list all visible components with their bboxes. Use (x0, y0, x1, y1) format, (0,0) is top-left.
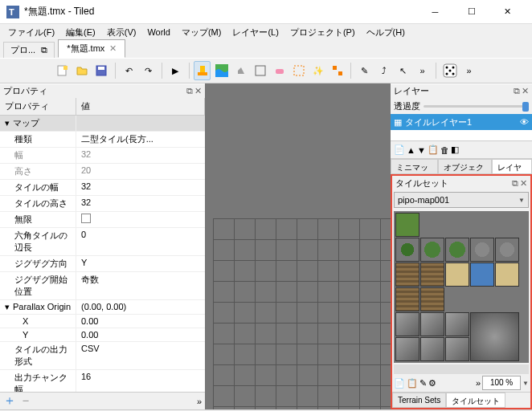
fill-tool-button[interactable] (232, 61, 249, 80)
tile[interactable] (420, 238, 444, 262)
tile[interactable] (420, 287, 444, 311)
prop-value-checkbox[interactable] (76, 212, 205, 227)
menu-project[interactable]: プロジェクト(P) (285, 25, 360, 40)
tile[interactable] (495, 262, 519, 287)
tile[interactable] (445, 312, 469, 336)
prop-header-name[interactable]: プロパティ (0, 98, 76, 115)
tile[interactable] (420, 337, 444, 361)
tab-layer[interactable]: レイヤー (492, 159, 532, 174)
new-layer-button[interactable]: 📄 (394, 144, 405, 155)
more-icon[interactable]: » (460, 61, 477, 80)
menu-file[interactable]: ファイル(F) (3, 25, 59, 40)
select-rect-button[interactable] (290, 61, 307, 80)
section-map[interactable]: ▾マップ (0, 116, 76, 131)
tileset-zoom-input[interactable]: 100 % (482, 376, 521, 390)
prop-value[interactable]: 0.00 (76, 315, 205, 328)
tab-close-icon[interactable]: ✕ (109, 43, 117, 54)
prop-value[interactable]: 0 (76, 228, 205, 255)
tile[interactable] (495, 238, 519, 262)
terrain-tool-button[interactable] (213, 61, 230, 80)
redo-button[interactable]: ↷ (140, 61, 157, 80)
wand-select-button[interactable]: ✨ (309, 61, 326, 80)
menu-world[interactable]: World (142, 26, 175, 39)
tile[interactable] (470, 262, 494, 287)
new-file-button[interactable] (55, 61, 72, 80)
panel-close-icon[interactable]: ✕ (520, 178, 527, 189)
prop-header-value[interactable]: 値 (76, 98, 205, 115)
eraser-tool-button[interactable] (271, 61, 288, 80)
panel-close-icon[interactable]: ✕ (522, 86, 529, 96)
tile[interactable] (395, 287, 419, 311)
layer-item[interactable]: ▦ タイルレイヤー1 👁 (391, 114, 532, 130)
map-canvas[interactable] (205, 83, 391, 409)
minimize-button[interactable]: ─ (417, 1, 453, 23)
visibility-icon[interactable]: 👁 (520, 117, 529, 127)
tile[interactable] (395, 213, 419, 237)
prop-value[interactable]: 奇数 (76, 272, 205, 299)
tile[interactable] (470, 238, 494, 262)
panel-close-icon[interactable]: ✕ (194, 86, 202, 96)
tile[interactable] (445, 262, 469, 287)
prop-value[interactable]: 0.00 (76, 328, 205, 341)
add-property-button[interactable]: ＋ (3, 393, 16, 409)
tile[interactable] (395, 337, 419, 361)
tab-minimap[interactable]: ミニマップ (391, 159, 438, 174)
menu-edit[interactable]: 編集(E) (61, 25, 100, 40)
tab-terrain-sets[interactable]: Terrain Sets (392, 393, 446, 408)
prop-value[interactable]: 32 (76, 180, 205, 195)
delete-layer-button[interactable]: 🗑 (440, 145, 449, 155)
tab-object[interactable]: オブジェクト (438, 159, 493, 174)
prop-value[interactable]: 二型タイル(長方... (76, 132, 205, 147)
prop-value[interactable]: 16 (76, 370, 205, 392)
new-tileset-button[interactable]: 📄 (394, 378, 405, 389)
tile[interactable] (445, 238, 469, 262)
move-down-button[interactable]: ▼ (417, 145, 426, 155)
tab-tileset[interactable]: タイルセット (446, 393, 505, 408)
panel-undock-icon[interactable]: ⧉ (186, 86, 193, 96)
prop-value[interactable]: CSV (76, 342, 205, 369)
tile[interactable] (395, 262, 419, 287)
menu-view[interactable]: 表示(V) (102, 25, 141, 40)
prop-value[interactable]: Y (76, 256, 205, 271)
maximize-button[interactable]: ☐ (453, 1, 489, 23)
tile[interactable] (420, 262, 444, 287)
remove-property-button[interactable]: － (19, 393, 32, 409)
stamp-tool-button[interactable] (194, 61, 211, 80)
tile[interactable] (470, 312, 519, 361)
document-tab[interactable]: *無題.tmx ✕ (58, 39, 125, 58)
move-up-button[interactable]: ▲ (407, 145, 415, 155)
tileset-view[interactable] (394, 211, 529, 363)
menu-map[interactable]: マップ(M) (177, 25, 227, 40)
random-mode-button[interactable] (441, 61, 458, 80)
path-tool-button[interactable]: ⤴ (375, 61, 392, 80)
tileset-dropdown[interactable]: pipo-map001 ▼ (394, 192, 529, 208)
prop-parallax-label[interactable]: ▾Parallax Origin (0, 300, 76, 314)
pointer-tool-button[interactable]: ↖ (395, 61, 411, 80)
tileset-props-button[interactable]: ⚙ (428, 378, 436, 389)
edit-polygon-button[interactable]: ✎ (356, 61, 373, 80)
tile[interactable] (420, 312, 444, 336)
menu-layer[interactable]: レイヤー(L) (227, 25, 283, 40)
duplicate-layer-button[interactable]: 📋 (428, 144, 439, 155)
menu-help[interactable]: ヘルプ(H) (362, 25, 410, 40)
dock-tab[interactable]: プロ... ⧉ (3, 42, 55, 58)
close-button[interactable]: ✕ (489, 1, 526, 23)
command-button[interactable]: ▶ (167, 61, 184, 80)
same-tile-select-button[interactable] (329, 61, 346, 80)
more-icon[interactable]: » (197, 397, 202, 406)
save-file-button[interactable] (93, 61, 110, 80)
prop-value[interactable]: 32 (76, 196, 205, 211)
embed-tileset-button[interactable]: 📋 (407, 378, 418, 389)
horizontal-scrollbar[interactable] (394, 364, 529, 374)
tile[interactable] (395, 238, 419, 262)
more-icon[interactable]: » (476, 378, 481, 388)
open-file-button[interactable] (74, 61, 91, 80)
more-icon[interactable]: » (414, 61, 431, 80)
undo-button[interactable]: ↶ (121, 61, 137, 80)
chevron-down-icon[interactable]: ▼ (522, 380, 529, 387)
tile[interactable] (395, 312, 419, 336)
shape-fill-button[interactable] (252, 61, 268, 80)
highlight-layer-button[interactable]: ◧ (451, 144, 459, 155)
tile[interactable] (445, 337, 469, 361)
opacity-slider[interactable] (424, 105, 529, 108)
